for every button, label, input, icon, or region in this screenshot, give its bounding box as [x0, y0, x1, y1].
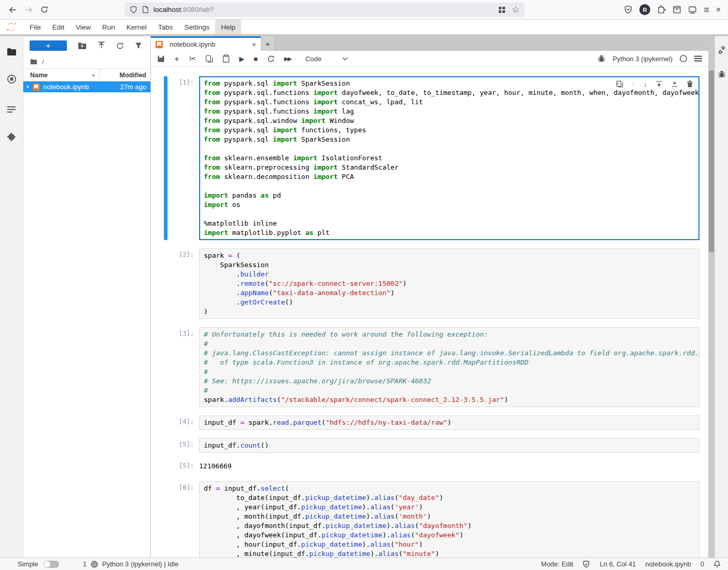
breadcrumb[interactable]: /: [23, 55, 150, 68]
simple-mode-toggle[interactable]: [44, 561, 59, 568]
cell-editor[interactable]: input_df.count(): [199, 438, 699, 453]
notebook-tools-menu-icon[interactable]: [694, 55, 702, 62]
run-all-cells-icon[interactable]: ▶▶: [284, 56, 291, 62]
upload-icon[interactable]: [97, 41, 105, 50]
cell-editor[interactable]: spark = ( SparkSession .builder .remote(…: [199, 248, 699, 319]
duplicate-cell-icon[interactable]: [616, 80, 623, 88]
refresh-icon[interactable]: [116, 42, 124, 50]
dock-tab-bar: notebook.ipynb × +: [151, 36, 708, 51]
kernel-busy-count: 1: [83, 560, 87, 568]
bookmark-star-icon[interactable]: ☆: [512, 5, 520, 14]
file-row-notebook[interactable]: • notebook.ipynb 27m ago: [23, 81, 150, 92]
menu-kernel[interactable]: Kernel: [121, 20, 152, 34]
cell-editor[interactable]: from pyspark.sql import SparkSessionfrom…: [199, 76, 699, 240]
filter-icon[interactable]: [135, 42, 142, 49]
bell-icon[interactable]: [713, 560, 721, 568]
insert-cell-icon[interactable]: +: [174, 54, 179, 63]
menu-help[interactable]: Help: [215, 20, 241, 34]
cell-editor[interactable]: df = input_df.select( to_date(input_df.p…: [199, 481, 699, 558]
command-mode-indicator[interactable]: Mode: Edit: [541, 560, 573, 568]
notebook-cell[interactable]: [4]:input_df = spark.read.parquet("hdfs:…: [164, 415, 699, 430]
breadcrumb-root[interactable]: /: [42, 58, 44, 66]
cell-execution-prompt: [3]:: [170, 327, 199, 407]
new-tab-button[interactable]: +: [261, 36, 275, 51]
debugger-bug-icon[interactable]: [597, 54, 606, 63]
notebook-file-icon: [156, 41, 163, 48]
column-header-name[interactable]: Name ▲: [23, 69, 100, 81]
paste-cells-icon[interactable]: [222, 54, 230, 63]
sidebars-icon[interactable]: [688, 5, 697, 14]
url-bar[interactable]: localhost:8080/lab? ☆: [124, 3, 525, 17]
notebook-cell[interactable]: [1]:from pyspark.sql import SparkSession…: [164, 76, 699, 240]
menu-tabs[interactable]: Tabs: [152, 20, 179, 34]
cell-collapser[interactable]: [164, 76, 167, 240]
cell-editor[interactable]: input_df = spark.read.parquet("hdfs://hd…: [199, 415, 699, 430]
debugger-sidebar-bug-icon[interactable]: [718, 70, 726, 78]
browser-back-button[interactable]: [5, 3, 21, 17]
new-launcher-button[interactable]: +: [30, 40, 67, 51]
cursor-position[interactable]: Ln 6, Col 41: [599, 560, 636, 568]
jupyter-logo-icon: [5, 21, 18, 33]
menu-edit[interactable]: Edit: [47, 20, 70, 34]
cell-collapser[interactable]: [164, 248, 167, 319]
restart-kernel-icon[interactable]: [267, 55, 275, 63]
simple-mode-label: Simple: [18, 560, 38, 568]
column-header-modified[interactable]: Modified: [100, 72, 150, 79]
notebook-cell[interactable]: [6]:df = input_df.select( to_date(input_…: [164, 481, 699, 558]
tab-notebook[interactable]: notebook.ipynb ×: [151, 36, 261, 51]
cell-editor[interactable]: # Unfortunately this is needed to work a…: [199, 327, 699, 407]
save-icon[interactable]: [157, 55, 165, 63]
interrupt-kernel-icon[interactable]: ■: [254, 55, 258, 62]
new-folder-icon[interactable]: [78, 42, 87, 50]
cut-cells-icon[interactable]: ✂: [189, 54, 196, 63]
extension-icon[interactable]: [657, 5, 666, 14]
cell-collapser[interactable]: [164, 481, 167, 558]
copy-cells-icon[interactable]: [205, 55, 213, 63]
cell-collapser[interactable]: [164, 438, 167, 453]
notebook-cell[interactable]: [3]:# Unfortunately this is needed to wo…: [164, 327, 699, 407]
account-avatar[interactable]: R: [639, 4, 650, 15]
cell-type-dropdown[interactable]: Code: [305, 55, 348, 63]
browser-menu-icon[interactable]: ≡: [704, 5, 709, 15]
add-icon: +: [265, 39, 270, 48]
kernel-name[interactable]: Python 3 (ipykernel): [612, 55, 673, 63]
vertical-scrollbar[interactable]: [708, 36, 715, 558]
output-collapser[interactable]: [164, 461, 167, 470]
notebook-cell[interactable]: [5]:input_df.count(): [164, 438, 699, 453]
browser-reload-button[interactable]: [36, 3, 52, 17]
delete-cell-icon[interactable]: [687, 80, 693, 88]
reader-grid-icon[interactable]: [498, 6, 506, 13]
run-cell-icon[interactable]: ▶: [239, 55, 244, 62]
file-browser-tab-icon[interactable]: [0, 40, 23, 63]
scrollbar-thumb[interactable]: [709, 71, 714, 252]
cell-execution-prompt: [4]:: [170, 415, 199, 430]
library-icon[interactable]: [673, 5, 681, 14]
menu-settings[interactable]: Settings: [178, 20, 215, 34]
cell-collapser[interactable]: [164, 327, 167, 407]
unsaved-dot-icon: •: [26, 83, 33, 91]
insert-cell-below-icon[interactable]: [671, 80, 678, 88]
property-inspector-tab-icon[interactable]: [717, 46, 726, 54]
trust-shield-icon[interactable]: [582, 560, 590, 568]
notebook-cell[interactable]: [2]:spark = ( SparkSession .builder .rem…: [164, 248, 699, 319]
move-cell-up-icon[interactable]: ↑: [632, 80, 635, 88]
move-cell-down-icon[interactable]: ↓: [643, 80, 647, 88]
notification-count: 0: [701, 560, 704, 568]
insert-cell-above-icon[interactable]: [655, 80, 663, 88]
tracking-shield-icon[interactable]: [130, 6, 137, 13]
pocket-icon[interactable]: [624, 5, 633, 14]
tab-close-icon[interactable]: ×: [252, 40, 256, 49]
browser-forward-button[interactable]: [21, 3, 36, 17]
running-sessions-tab-icon[interactable]: [0, 67, 23, 90]
menu-file[interactable]: File: [24, 20, 47, 34]
kernel-status-icon: [679, 54, 688, 63]
page-info-icon[interactable]: [142, 6, 149, 13]
cell-collapser[interactable]: [164, 415, 167, 430]
kernel-status-text[interactable]: Python 3 (ipykernel) | Idle: [102, 560, 178, 568]
table-of-contents-tab-icon[interactable]: [0, 98, 23, 121]
right-activity-bar: [715, 36, 728, 558]
menu-view[interactable]: View: [70, 20, 96, 34]
menu-run[interactable]: Run: [96, 20, 121, 34]
window-close-icon[interactable]: ×: [716, 6, 721, 14]
extension-manager-tab-icon[interactable]: [0, 126, 23, 148]
